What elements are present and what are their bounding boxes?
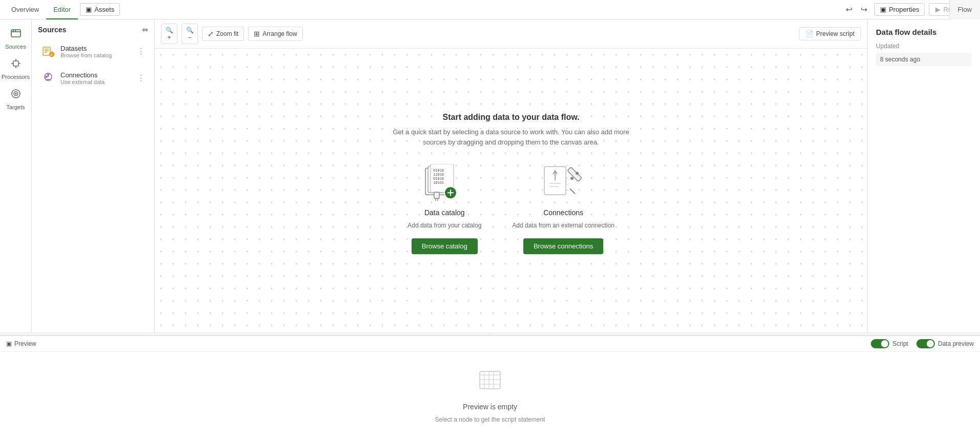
svg-point-22 bbox=[47, 74, 49, 76]
redo-button[interactable]: ↪ bbox=[858, 3, 870, 16]
preview-script-icon: 📄 bbox=[806, 30, 813, 37]
preview-script-button[interactable]: 📄 Preview script bbox=[799, 27, 861, 40]
sources-header: Sources ⇔ bbox=[32, 19, 154, 38]
svg-line-41 bbox=[570, 189, 575, 194]
preview-empty-icon bbox=[477, 367, 503, 398]
assets-icon: ▣ bbox=[86, 6, 92, 13]
svg-rect-40 bbox=[567, 167, 582, 181]
datasets-subtitle: Browse from catalog bbox=[60, 52, 132, 58]
connections-option-desc: Add data from an external connection bbox=[512, 222, 614, 229]
sources-header-icons: ⇔ bbox=[142, 26, 148, 34]
svg-point-21 bbox=[45, 76, 47, 78]
svg-rect-4 bbox=[13, 61, 18, 66]
run-icon: ▶ bbox=[935, 6, 941, 13]
zoom-fit-icon: ⤢ bbox=[208, 30, 214, 38]
sidebar-icons: Sources Processors bbox=[0, 19, 32, 332]
connections-title: Connections bbox=[60, 71, 132, 79]
data-catalog-option: 01010 11010 01010 10101 bbox=[407, 162, 481, 254]
bottom-toolbar-right: Script Data preview bbox=[871, 339, 974, 348]
connections-icon bbox=[41, 71, 55, 85]
properties-icon: ▣ bbox=[880, 6, 886, 13]
connections-option-icon bbox=[540, 162, 586, 203]
svg-point-43 bbox=[570, 177, 574, 180]
center-title: Start adding data to your data flow. bbox=[383, 113, 639, 122]
data-preview-toggle[interactable] bbox=[916, 339, 935, 348]
sources-icon bbox=[10, 28, 22, 41]
processors-label: Processors bbox=[2, 74, 30, 80]
properties-button[interactable]: ▣ Properties bbox=[874, 3, 925, 16]
expand-icon[interactable]: ⇔ bbox=[142, 26, 148, 34]
svg-line-44 bbox=[566, 178, 570, 182]
svg-rect-0 bbox=[11, 30, 21, 37]
processors-icon bbox=[10, 58, 22, 72]
source-item-connections[interactable]: Connections Use external data ⋮ bbox=[35, 66, 151, 90]
data-catalog-title: Data catalog bbox=[424, 208, 465, 217]
sources-title: Sources bbox=[38, 26, 66, 34]
datasets-text: Datasets Browse from catalog bbox=[60, 45, 132, 58]
datasets-icon: + bbox=[41, 44, 55, 58]
canvas-toolbar: 🔍+ 🔍− ⤢ Zoom fit ⊞ Arrange flow 📄 Previe… bbox=[155, 19, 867, 49]
top-nav-tabs: Overview Editor ▣ Assets bbox=[4, 0, 120, 19]
svg-point-42 bbox=[576, 172, 579, 175]
canvas-area: 🔍+ 🔍− ⤢ Zoom fit ⊞ Arrange flow 📄 Previe… bbox=[155, 19, 867, 332]
tab-assets[interactable]: ▣ Assets bbox=[80, 3, 120, 16]
zoom-in-button[interactable]: 🔍+ bbox=[161, 24, 177, 44]
connections-option: Connections Add data from an external co… bbox=[512, 162, 614, 254]
sources-label: Sources bbox=[5, 44, 26, 50]
undo-button[interactable]: ↩ bbox=[843, 3, 855, 16]
updated-label: Updated bbox=[876, 43, 972, 50]
updated-value: 8 seconds ago bbox=[876, 53, 972, 66]
datasets-title: Datasets bbox=[60, 45, 132, 52]
tab-overview[interactable]: Overview bbox=[4, 0, 46, 19]
sidebar-item-targets[interactable]: Targets bbox=[0, 84, 31, 114]
preview-toggle[interactable]: ▣ Preview bbox=[6, 340, 36, 347]
script-label: Script bbox=[892, 340, 908, 347]
right-panel-title: Data flow details bbox=[876, 28, 972, 36]
zoom-fit-button[interactable]: ⤢ Zoom fit bbox=[202, 27, 244, 41]
center-description: Get a quick start by selecting a data so… bbox=[383, 127, 639, 147]
connections-text: Connections Use external data bbox=[60, 71, 132, 85]
center-card: Start adding data to your data flow. Get… bbox=[383, 113, 639, 254]
script-toggle[interactable] bbox=[871, 339, 889, 348]
bottom-toolbar: ▣ Preview Script Data preview bbox=[0, 336, 980, 352]
data-preview-toggle-group: Data preview bbox=[916, 339, 974, 348]
source-item-datasets[interactable]: + Datasets Browse from catalog ⋮ bbox=[35, 39, 151, 64]
right-panel: Data flow details Updated 8 seconds ago bbox=[867, 19, 980, 332]
zoom-out-button[interactable]: 🔍− bbox=[181, 24, 198, 44]
data-catalog-icon: 01010 11010 01010 10101 bbox=[421, 162, 467, 203]
flow-tab: Flow bbox=[949, 0, 980, 19]
svg-rect-46 bbox=[480, 371, 500, 389]
preview-empty-title: Preview is empty bbox=[463, 403, 517, 411]
arrange-flow-button[interactable]: ⊞ Arrange flow bbox=[248, 27, 302, 41]
arrange-flow-icon: ⊞ bbox=[254, 30, 260, 38]
sidebar-item-processors[interactable]: Processors bbox=[0, 54, 31, 84]
zoom-in-icon: 🔍+ bbox=[166, 27, 173, 41]
canvas-toolbar-right: 📄 Preview script bbox=[799, 27, 861, 40]
canvas-content[interactable]: Start adding data to your data flow. Get… bbox=[155, 49, 867, 332]
targets-label: Targets bbox=[6, 104, 25, 110]
svg-text:01010: 01010 bbox=[433, 177, 444, 181]
options-row: 01010 11010 01010 10101 bbox=[383, 162, 639, 254]
sources-panel: Sources ⇔ + Datasets Browse from catalog bbox=[32, 19, 155, 332]
browse-connections-button[interactable]: Browse connections bbox=[523, 238, 603, 254]
svg-point-11 bbox=[15, 93, 16, 94]
connections-option-title: Connections bbox=[543, 208, 583, 217]
svg-text:+: + bbox=[50, 53, 53, 57]
bottom-area: ▣ Preview Script Data preview bbox=[0, 336, 980, 438]
connections-subtitle: Use external data bbox=[60, 79, 132, 85]
sidebar-item-sources[interactable]: Sources bbox=[0, 24, 31, 54]
svg-line-45 bbox=[566, 183, 571, 184]
browse-catalog-button[interactable]: Browse catalog bbox=[412, 238, 478, 254]
bottom-content: Preview is empty Select a node to get th… bbox=[0, 352, 980, 438]
main-area: Sources Processors bbox=[0, 19, 980, 332]
datasets-menu-icon[interactable]: ⋮ bbox=[137, 47, 145, 56]
connections-menu-icon[interactable]: ⋮ bbox=[137, 73, 145, 83]
svg-text:10101: 10101 bbox=[433, 181, 444, 185]
top-nav: Overview Editor ▣ Assets ↩ ↪ ▣ Propertie… bbox=[0, 0, 980, 19]
zoom-out-icon: 🔍− bbox=[186, 27, 194, 41]
preview-icon: ▣ bbox=[6, 340, 12, 347]
tab-editor[interactable]: Editor bbox=[46, 0, 78, 19]
data-catalog-desc: Add data from your catalog bbox=[407, 222, 481, 229]
svg-rect-33 bbox=[434, 192, 439, 198]
preview-empty-subtitle: Select a node to get the script statemen… bbox=[435, 416, 545, 423]
